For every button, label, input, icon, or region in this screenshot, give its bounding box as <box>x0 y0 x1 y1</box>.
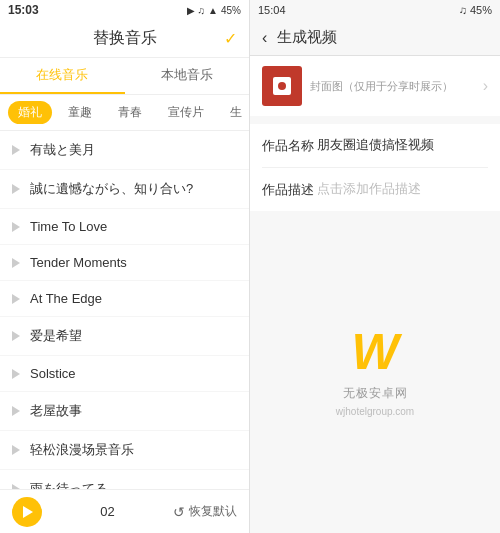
right-header: ‹ 生成视频 <box>250 20 500 56</box>
restore-label: 恢复默认 <box>189 503 237 520</box>
play-icon <box>12 145 20 155</box>
category-childlike[interactable]: 童趣 <box>58 101 102 124</box>
music-name: 雨を待ってる <box>30 480 108 489</box>
play-icon <box>12 331 20 341</box>
logo-site-name: 无极安卓网 <box>343 385 408 402</box>
play-button[interactable] <box>12 497 42 527</box>
play-icon <box>12 369 20 379</box>
left-title: 替换音乐 <box>93 28 157 49</box>
cover-arrow-icon[interactable]: › <box>483 77 488 95</box>
list-item[interactable]: 有哉と美月 <box>0 131 249 170</box>
category-youth[interactable]: 青春 <box>108 101 152 124</box>
music-list: 有哉と美月 誠に遺憾ながら、知り合い? Time To Love Tender … <box>0 131 249 489</box>
right-panel: 15:04 ♫ 45% ‹ 生成视频 封面图（仅用于分享时展示） › 作品名称 … <box>250 0 500 533</box>
restore-icon: ↺ <box>173 504 185 520</box>
play-icon <box>12 445 20 455</box>
wifi-icon: ▲ <box>208 5 218 16</box>
left-status-bar: 15:03 ▶ ♫ ▲ 45% <box>0 0 249 20</box>
list-item[interactable]: At The Edge <box>0 281 249 317</box>
list-item[interactable]: 雨を待ってる <box>0 470 249 489</box>
back-button[interactable]: ‹ <box>262 29 267 47</box>
watermark-logo: W 无极安卓网 wjhotelgroup.com <box>336 327 414 417</box>
right-time: 15:04 <box>258 4 286 16</box>
right-status-icons: ♫ 45% <box>459 4 492 16</box>
left-header: 替换音乐 ✓ <box>0 20 249 58</box>
play-icon <box>12 406 20 416</box>
desc-label: 作品描述 <box>262 180 317 199</box>
music-name: 誠に遺憾ながら、知り合い? <box>30 180 193 198</box>
play-icon <box>12 184 20 194</box>
logo-w-letter: W <box>351 327 398 377</box>
left-time: 15:03 <box>8 3 39 17</box>
tab-local-music[interactable]: 本地音乐 <box>125 58 250 94</box>
music-name: Solstice <box>30 366 76 381</box>
cover-thumbnail <box>262 66 302 106</box>
play-icon <box>12 258 20 268</box>
left-status-icons: ▶ ♫ ▲ 45% <box>187 5 241 16</box>
music-name: 轻松浪漫场景音乐 <box>30 441 134 459</box>
restore-default-button[interactable]: ↺ 恢复默认 <box>173 503 237 520</box>
category-promo[interactable]: 宣传片 <box>158 101 214 124</box>
category-more[interactable]: 生 <box>220 101 249 124</box>
list-item[interactable]: 爱是希望 <box>0 317 249 356</box>
cover-section[interactable]: 封面图（仅用于分享时展示） › <box>250 56 500 116</box>
logo-site-url: wjhotelgroup.com <box>336 406 414 417</box>
right-status-bar: 15:04 ♫ 45% <box>250 0 500 20</box>
left-panel: 15:03 ▶ ♫ ▲ 45% 替换音乐 ✓ 在线音乐 本地音乐 婚礼 童趣 青… <box>0 0 250 533</box>
music-name: 有哉と美月 <box>30 141 95 159</box>
cover-label: 封面图（仅用于分享时展示） <box>310 79 483 94</box>
tab-row: 在线音乐 本地音乐 <box>0 58 249 95</box>
list-item[interactable]: 老屋故事 <box>0 392 249 431</box>
right-battery-icon: 45% <box>470 4 492 16</box>
left-bottom-bar: 02 ↺ 恢复默认 <box>0 489 249 533</box>
track-number: 02 <box>100 504 114 519</box>
form-desc-row: 作品描述 点击添加作品描述 <box>262 168 488 211</box>
name-label: 作品名称 <box>262 136 317 155</box>
category-row: 婚礼 童趣 青春 宣传片 生 <box>0 95 249 131</box>
category-wedding[interactable]: 婚礼 <box>8 101 52 124</box>
name-value[interactable]: 朋友圈追债搞怪视频 <box>317 136 488 154</box>
form-name-row: 作品名称 朋友圈追债搞怪视频 <box>262 124 488 168</box>
music-name: 爱是希望 <box>30 327 82 345</box>
music-name: At The Edge <box>30 291 102 306</box>
music-name: Tender Moments <box>30 255 127 270</box>
cover-thumb-inner <box>273 77 291 95</box>
desc-input[interactable]: 点击添加作品描述 <box>317 180 488 198</box>
battery-icon: 45% <box>221 5 241 16</box>
form-section: 作品名称 朋友圈追债搞怪视频 作品描述 点击添加作品描述 <box>250 124 500 211</box>
tab-online-music[interactable]: 在线音乐 <box>0 58 125 94</box>
music-name: Time To Love <box>30 219 107 234</box>
music-icon: ♫ <box>198 5 206 16</box>
list-item[interactable]: Time To Love <box>0 209 249 245</box>
list-item[interactable]: 轻松浪漫场景音乐 <box>0 431 249 470</box>
watermark-area: W 无极安卓网 wjhotelgroup.com <box>250 211 500 533</box>
list-item[interactable]: Solstice <box>0 356 249 392</box>
play-icon <box>12 294 20 304</box>
music-name: 老屋故事 <box>30 402 82 420</box>
play-icon <box>12 222 20 232</box>
signal-icon: ▶ <box>187 5 195 16</box>
right-title: 生成视频 <box>277 28 337 47</box>
list-item[interactable]: 誠に遺憾ながら、知り合い? <box>0 170 249 209</box>
list-item[interactable]: Tender Moments <box>0 245 249 281</box>
confirm-icon[interactable]: ✓ <box>224 29 237 48</box>
right-music-icon: ♫ <box>459 4 467 16</box>
